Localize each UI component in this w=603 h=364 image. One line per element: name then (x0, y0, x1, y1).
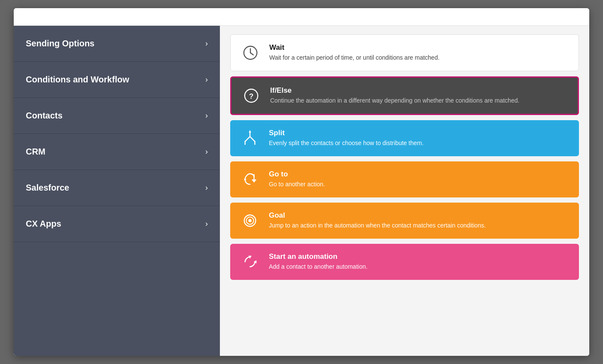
action-card-go-to[interactable]: Go to Go to another action. (230, 161, 579, 197)
content-area: Wait Wait for a certain period of time, … (220, 26, 589, 356)
action-desc-wait: Wait for a certain period of time, or un… (269, 54, 569, 62)
action-title-if-else: If/Else (270, 86, 568, 95)
action-title-go-to: Go to (269, 170, 570, 179)
action-desc-start-automation: Add a contact to another automation. (269, 263, 570, 271)
action-text-start-automation: Start an automation Add a contact to ano… (269, 252, 570, 271)
svg-point-16 (248, 219, 252, 222)
sidebar-item-label-contacts: Contacts (26, 111, 63, 121)
split-icon (240, 128, 260, 149)
action-title-wait: Wait (269, 43, 569, 52)
modal-overlay: Sending Options › Conditions and Workflo… (0, 0, 603, 364)
action-card-start-automation[interactable]: Start an automation Add a contact to ano… (230, 244, 579, 280)
sidebar-item-label-crm: CRM (26, 147, 46, 157)
action-text-if-else: If/Else Continue the automation in a dif… (270, 86, 568, 105)
action-desc-go-to: Go to another action. (269, 180, 570, 189)
modal-body: Sending Options › Conditions and Workflo… (14, 26, 589, 356)
svg-line-6 (245, 136, 250, 141)
action-desc-if-else: Continue the automation in a different w… (270, 97, 568, 105)
svg-point-13 (244, 179, 246, 181)
clock-icon (240, 42, 261, 63)
action-text-split: Split Evenly split the contacts or choos… (269, 129, 570, 148)
modal: Sending Options › Conditions and Workflo… (14, 8, 589, 356)
svg-line-7 (250, 136, 255, 141)
sidebar: Sending Options › Conditions and Workflo… (14, 26, 220, 356)
action-text-go-to: Go to Go to another action. (269, 170, 570, 189)
action-card-wait[interactable]: Wait Wait for a certain period of time, … (230, 34, 579, 71)
sidebar-item-contacts[interactable]: Contacts › (14, 98, 220, 134)
action-desc-split: Evenly split the contacts or choose how … (269, 139, 570, 148)
start-automation-icon (240, 252, 260, 272)
goal-icon (240, 210, 260, 231)
action-title-goal: Goal (269, 211, 570, 220)
svg-marker-12 (252, 179, 256, 183)
action-text-wait: Wait Wait for a certain period of time, … (269, 43, 569, 62)
sidebar-item-sending-options[interactable]: Sending Options › (14, 26, 220, 62)
action-desc-goal: Jump to an action in the automation when… (269, 221, 570, 230)
sidebar-item-label-salesforce: Salesforce (26, 183, 69, 193)
sidebar-item-crm[interactable]: CRM › (14, 134, 220, 170)
chevron-right-icon: › (205, 183, 208, 192)
action-card-goal[interactable]: Goal Jump to an action in the automation… (230, 203, 579, 239)
goto-icon (240, 169, 260, 190)
question-icon: ? (241, 85, 262, 106)
svg-line-2 (250, 53, 253, 55)
svg-text:?: ? (249, 92, 253, 100)
chevron-right-icon: › (205, 219, 208, 228)
action-card-if-else[interactable]: ? If/Else Continue the automation in a d… (230, 76, 579, 115)
chevron-right-icon: › (205, 75, 208, 84)
sidebar-item-label-cx-apps: CX Apps (26, 219, 61, 229)
chevron-right-icon: › (205, 147, 208, 156)
chevron-right-icon: › (205, 39, 208, 48)
sidebar-item-conditions-workflow[interactable]: Conditions and Workflow › (14, 62, 220, 98)
chevron-right-icon: › (205, 111, 208, 120)
sidebar-item-label-sending-options: Sending Options (26, 39, 94, 49)
modal-header (14, 8, 589, 26)
action-title-start-automation: Start an automation (269, 252, 570, 261)
sidebar-item-label-conditions-workflow: Conditions and Workflow (26, 75, 129, 85)
sidebar-item-salesforce[interactable]: Salesforce › (14, 170, 220, 206)
action-title-split: Split (269, 129, 570, 137)
action-card-split[interactable]: Split Evenly split the contacts or choos… (230, 120, 579, 156)
svg-marker-10 (249, 130, 251, 133)
action-text-goal: Goal Jump to an action in the automation… (269, 211, 570, 230)
sidebar-item-cx-apps[interactable]: CX Apps › (14, 206, 220, 242)
